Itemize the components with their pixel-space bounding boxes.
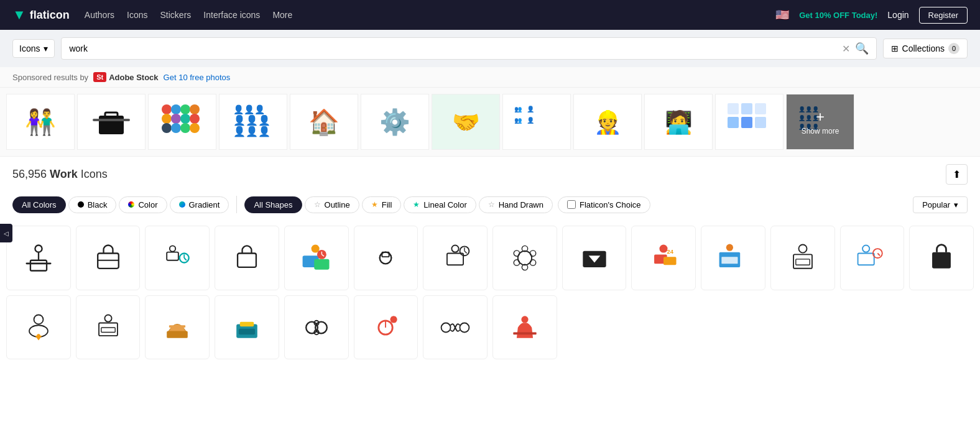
preview-item[interactable]: 👷 [573, 94, 642, 150]
nav-more[interactable]: More [272, 10, 292, 20]
svg-rect-82 [858, 253, 874, 265]
icon-card[interactable] [145, 226, 210, 290]
filter-color[interactable]: Color [119, 196, 167, 213]
lineal-color-star-icon: ★ [413, 200, 420, 209]
icon-card[interactable] [6, 226, 71, 290]
filter-all-shapes[interactable]: All Shapes [244, 196, 302, 213]
icon-grid: 24 [0, 219, 980, 372]
icon-card[interactable] [770, 226, 835, 290]
filter-lineal-color[interactable]: ★ Lineal Color [404, 196, 476, 213]
svg-point-57 [452, 245, 459, 252]
svg-text:👤: 👤 [527, 105, 535, 113]
preview-item[interactable]: 🏠 [290, 94, 358, 150]
svg-point-68 [514, 251, 519, 256]
svg-point-7 [162, 114, 172, 124]
grid-icon: ⊞ [891, 44, 899, 53]
svg-text:👥: 👥 [514, 105, 522, 113]
icon-card[interactable]: 24 [631, 226, 696, 290]
filter-outline[interactable]: ☆ Outline [305, 196, 359, 213]
login-button[interactable]: Login [887, 10, 908, 20]
preview-item[interactable]: 👤👤👤 👤👤👤 👤👤👤 [219, 94, 287, 150]
collections-button[interactable]: ⊞ Collections 0 [883, 39, 968, 58]
logo[interactable]: ▼ flaticon [12, 7, 70, 23]
icon-card[interactable] [492, 226, 557, 290]
svg-point-5 [171, 104, 181, 114]
icon-card[interactable] [145, 295, 210, 360]
svg-point-109 [521, 316, 528, 323]
promo-text[interactable]: Get 10% OFF Today! [799, 11, 877, 20]
flaticonschoice-checkbox[interactable] [567, 200, 576, 209]
svg-rect-29 [741, 103, 752, 114]
preview-item[interactable]: 🧑‍💻 [644, 94, 713, 150]
icon-card[interactable] [423, 226, 488, 290]
icon-card[interactable] [354, 226, 418, 290]
icon-card[interactable] [215, 295, 279, 360]
svg-rect-28 [728, 103, 739, 114]
sort-button[interactable]: Popular ▾ [913, 196, 968, 213]
preview-item[interactable]: 👫 [6, 94, 75, 150]
svg-text:24: 24 [667, 248, 674, 254]
preview-item[interactable] [148, 94, 216, 150]
icon-card[interactable] [284, 226, 349, 290]
results-number: 56,956 [12, 168, 47, 180]
results-header: 56,956 Work Icons ⬆ [0, 157, 980, 192]
filters-bar: All Colors Black Color Gradient All Shap… [0, 192, 980, 219]
filter-fill[interactable]: ★ Fill [362, 196, 402, 213]
nav-stickers[interactable]: Stickers [160, 10, 192, 20]
icon-card[interactable] [354, 295, 418, 360]
sponsored-link[interactable]: Get 10 free photos [164, 73, 231, 82]
icon-card[interactable] [701, 226, 765, 290]
svg-point-78 [798, 244, 807, 252]
search-type-selector[interactable]: Icons ▾ [12, 39, 55, 58]
icon-card[interactable] [840, 226, 905, 290]
shape-filter-group: All Shapes ☆ Outline ★ Fill ★ Lineal Col… [244, 196, 553, 213]
hand-drawn-star-icon: ☆ [488, 200, 495, 209]
nav-interface[interactable]: Interface icons [203, 10, 260, 20]
register-button[interactable]: Register [919, 7, 968, 24]
icon-card[interactable] [76, 295, 141, 360]
svg-rect-33 [755, 117, 766, 128]
search-clear-button[interactable]: ✕ [842, 43, 850, 55]
filter-hand-drawn[interactable]: ☆ Hand Drawn [479, 196, 553, 213]
nav-icons[interactable]: Icons [127, 10, 147, 20]
icon-card[interactable] [6, 295, 71, 360]
show-more-overlay[interactable]: + Show more [787, 94, 854, 149]
resize-panel-handle[interactable]: ◁ [0, 224, 12, 242]
flaticonschoice-filter[interactable]: Flaticon's Choice [558, 196, 650, 213]
icon-card[interactable] [423, 295, 488, 360]
filter-gradient[interactable]: Gradient [170, 196, 229, 213]
filter-black-label: Black [88, 200, 108, 209]
show-more-item[interactable]: 👤👤👤 👤👤👤 👤👤👤 + Show more [786, 94, 854, 150]
preview-item[interactable]: 🤝 [432, 94, 500, 150]
preview-item[interactable] [715, 94, 784, 150]
search-input-wrap: ✕ 🔍 [61, 37, 876, 60]
svg-rect-79 [793, 254, 812, 268]
svg-point-13 [171, 123, 181, 133]
icon-card[interactable] [909, 226, 974, 290]
results-suffix: Icons [81, 168, 108, 180]
icon-card[interactable] [492, 295, 557, 360]
preview-item[interactable] [77, 94, 146, 150]
filter-separator [236, 196, 237, 213]
nav-authors[interactable]: Authors [85, 10, 114, 20]
icon-card[interactable] [284, 295, 349, 360]
icon-card[interactable] [215, 226, 279, 290]
share-button[interactable]: ⬆ [946, 164, 968, 185]
svg-text:👤: 👤 [527, 116, 535, 124]
search-input[interactable] [69, 44, 841, 53]
preview-item[interactable]: 👥👤 👥👤 [502, 94, 571, 150]
flag-icon[interactable]: 🇺🇸 [775, 8, 789, 22]
svg-point-75 [726, 244, 733, 251]
nav-right: 🇺🇸 Get 10% OFF Today! Login Register [775, 7, 968, 24]
svg-point-9 [180, 114, 190, 124]
svg-rect-2 [105, 113, 118, 117]
color-dot-icon [128, 201, 134, 208]
svg-text:👷: 👷 [594, 109, 622, 136]
filter-black[interactable]: Black [68, 196, 117, 213]
icon-card[interactable] [76, 226, 141, 290]
search-submit-button[interactable]: 🔍 [855, 42, 869, 55]
icon-card[interactable] [562, 226, 627, 290]
filter-all-colors[interactable]: All Colors [12, 196, 66, 213]
main-nav: ▼ flaticon Authors Icons Stickers Interf… [0, 0, 980, 30]
preview-item[interactable]: ⚙️ [361, 94, 429, 150]
